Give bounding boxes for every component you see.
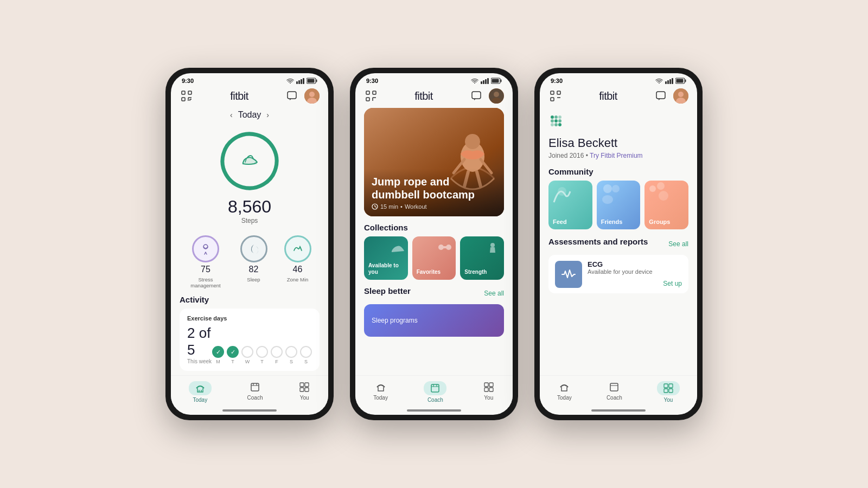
today-content: ‹ Today ›: [171, 108, 328, 375]
nav-today-2[interactable]: Today: [365, 380, 397, 402]
collection-label-2: Strength: [464, 269, 487, 275]
circle-container[interactable]: [217, 129, 282, 194]
svg-rect-95: [664, 389, 668, 393]
bottom-nav-2: Today Coach: [355, 375, 513, 407]
stress-label: Stress management: [188, 277, 224, 288]
top-nav-2: fitbit: [355, 86, 513, 108]
sleep-circle: [240, 235, 267, 262]
assessments-see-all[interactable]: See all: [668, 240, 688, 248]
svg-rect-62: [489, 388, 493, 391]
time-3: 9:30: [551, 78, 563, 84]
scan-icon-3[interactable]: [548, 89, 563, 103]
day-labels: M T W T F S S: [212, 359, 312, 364]
chat-icon-3[interactable]: [654, 89, 668, 103]
sleep-preview-card[interactable]: Sleep programs: [364, 304, 504, 337]
collection-favorites[interactable]: Favorites: [412, 236, 456, 280]
avatar-1[interactable]: [304, 88, 320, 104]
next-arrow[interactable]: ›: [266, 111, 269, 119]
top-nav-icons-3: [654, 88, 688, 104]
stress-circle: [192, 235, 219, 262]
status-bar-2: 9:30: [355, 73, 513, 86]
day-w: W: [241, 359, 253, 364]
zone-circle: [284, 235, 311, 262]
steps-label: Steps: [241, 217, 258, 224]
hero-workout[interactable]: Jump rope and dumbbell bootcamp 15 min •…: [364, 108, 504, 216]
sleep-metric[interactable]: 82 Sleep: [240, 235, 267, 288]
assessments-header: Assessments and reports See all: [548, 237, 688, 251]
groups-illustration: [644, 181, 672, 208]
premium-cta[interactable]: Try Fitbit Premium: [590, 152, 643, 159]
clock-icon: [372, 203, 378, 210]
stress-metric[interactable]: 75 Stress management: [188, 235, 224, 288]
phone-you: 9:30: [534, 68, 703, 420]
status-icons-2: [471, 78, 502, 84]
battery-icon-1: [307, 78, 317, 84]
ecg-subtitle: Available for your device: [588, 268, 682, 275]
avatar-3[interactable]: [673, 88, 688, 104]
status-icons-1: [286, 78, 317, 84]
svg-rect-67: [551, 91, 554, 94]
nav-coach-2[interactable]: Coach: [415, 380, 455, 404]
svg-point-0: [290, 82, 291, 84]
svg-point-39: [494, 92, 499, 97]
ecg-info: ECG Available for your device Set up: [588, 260, 682, 288]
svg-rect-55: [431, 384, 439, 392]
joined-text: Joined 2016 •: [548, 152, 590, 159]
status-bar-3: 9:30: [540, 73, 697, 86]
nav-you-1[interactable]: You: [290, 380, 319, 402]
collection-strength[interactable]: Strength: [460, 236, 504, 280]
svg-point-75: [551, 115, 554, 119]
svg-rect-20: [251, 383, 259, 391]
scan-icon-1[interactable]: [180, 89, 194, 103]
sleep-see-all[interactable]: See all: [484, 290, 504, 297]
community-groups[interactable]: Groups: [644, 181, 688, 229]
community-feed[interactable]: Feed: [548, 181, 592, 229]
svg-point-79: [554, 119, 558, 123]
home-indicator-1: [222, 409, 277, 412]
scan-icon-2[interactable]: [364, 89, 378, 103]
shoe-icon: [239, 148, 260, 174]
nav-today-1[interactable]: Today: [180, 380, 220, 404]
wifi-icon-3: [655, 78, 663, 84]
svg-rect-68: [557, 91, 560, 94]
status-icons-3: [655, 78, 686, 84]
svg-rect-34: [366, 98, 369, 101]
prev-arrow[interactable]: ‹: [230, 111, 233, 119]
setup-button[interactable]: Set up: [663, 280, 682, 287]
svg-rect-59: [484, 383, 488, 387]
nav-coach-3[interactable]: Coach: [598, 380, 631, 402]
svg-point-77: [558, 115, 561, 119]
collection-available[interactable]: Available to you: [364, 236, 408, 280]
day-m: M: [212, 359, 224, 364]
svg-point-78: [551, 119, 554, 123]
chat-icon-1[interactable]: [285, 89, 299, 103]
you-icon-1: [298, 381, 310, 393]
sleep-label: Sleep: [247, 277, 260, 282]
avatar-2[interactable]: [489, 88, 504, 104]
svg-rect-69: [551, 98, 554, 101]
chat-icon-2[interactable]: [469, 89, 483, 103]
svg-point-90: [659, 191, 668, 201]
community-friends[interactable]: Friends: [597, 181, 641, 229]
svg-rect-91: [610, 383, 618, 391]
feed-label: Feed: [553, 219, 567, 225]
date-nav: ‹ Today ›: [180, 108, 320, 124]
zone-metric[interactable]: 46 Zone Min: [284, 235, 311, 288]
nav-you-3[interactable]: You: [648, 380, 688, 404]
svg-point-28: [474, 82, 475, 84]
top-nav-3: fitbit: [540, 86, 697, 108]
svg-rect-37: [472, 92, 481, 99]
bottom-nav-3: Today Coach: [540, 375, 697, 407]
nav-you-2[interactable]: You: [474, 380, 503, 402]
collection-label-1: Favorites: [417, 269, 441, 275]
ecg-card[interactable]: ECG Available for your device Set up: [548, 255, 688, 293]
svg-rect-60: [489, 383, 493, 387]
collections-label: Collections: [364, 223, 504, 232]
ecg-thumb: [555, 261, 582, 288]
svg-rect-33: [373, 91, 376, 94]
time-1: 9:30: [182, 78, 194, 84]
nav-today-3[interactable]: Today: [548, 380, 580, 402]
nav-coach-1[interactable]: Coach: [239, 380, 272, 402]
hero-separator: •: [400, 203, 403, 210]
coach-icon-2: [429, 382, 441, 394]
